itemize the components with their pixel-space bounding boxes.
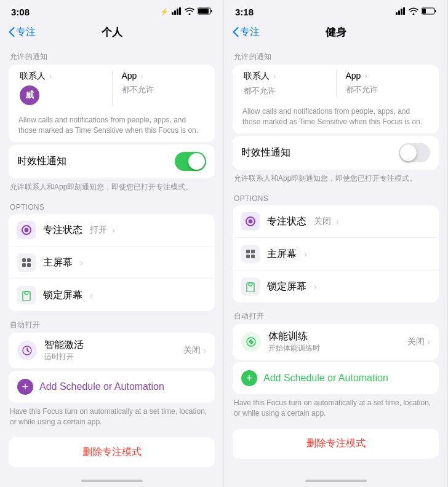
toggle-knob-left (188, 153, 205, 170)
focus-note-right: Have this Focus turn on automatically at… (224, 397, 447, 426)
time-sensitive-row-left: 时效性通知 (9, 145, 215, 178)
focus-status-icon-left (17, 221, 36, 239)
home-screen-right-right: › (304, 249, 307, 259)
svg-rect-2 (177, 9, 178, 15)
contacts-not-allowed-right: 都不允许 (244, 85, 334, 97)
auto-item-right[interactable]: 体能训练 开始体能训练时 关闭 › (233, 324, 439, 360)
delete-row-left[interactable]: 删除专注模式 (9, 437, 215, 467)
toggle-knob-right (400, 145, 417, 161)
svg-rect-21 (435, 10, 436, 12)
allowed-contacts-header-right[interactable]: 联系人 › (244, 71, 334, 82)
focus-status-label-left: 专注状态 (43, 224, 82, 237)
focus-note-left: Have this Focus turn on automatically at… (0, 405, 223, 435)
lock-screen-right-left: › (90, 290, 93, 300)
svg-rect-22 (422, 9, 426, 14)
auto-text-left: 智能激活 适时打开 (44, 339, 176, 362)
time-sensitive-toggle-left[interactable] (175, 152, 206, 171)
status-bar-left: 3:08 ⚡ (0, 0, 223, 21)
allowed-section-header-right: 允许的通知 (224, 46, 447, 65)
time-sensitive-note-right: 允许联系人和App即刻通知您，即使您已打开专注模式。 (224, 172, 447, 189)
focus-status-value-left: 打开 (90, 224, 107, 236)
svg-rect-27 (246, 255, 250, 258)
nav-bar-left: 专注 个人 (0, 21, 223, 46)
auto-sublabel-right: 开始体能训练时 (268, 343, 400, 354)
lock-screen-icon-left (17, 286, 36, 304)
svg-point-8 (25, 228, 29, 232)
allowed-apps-header-right[interactable]: App › (346, 71, 428, 81)
option-focus-status-left[interactable]: 专注状态 打开 › (9, 214, 215, 247)
content-left: 允许的通知 联系人 › 威 App › 都不允许 (0, 46, 223, 475)
lock-screen-right-right: › (314, 282, 317, 291)
delete-row-right[interactable]: 删除专注模式 (233, 429, 439, 459)
add-schedule-icon-right: + (241, 370, 257, 386)
option-home-screen-right[interactable]: 主屏幕 › (233, 238, 439, 271)
home-screen-label-right: 主屏幕 (267, 248, 297, 261)
option-home-screen-left[interactable]: 主屏幕 › (9, 247, 215, 279)
auto-text-right: 体能训练 开始体能训练时 (268, 330, 400, 354)
svg-rect-29 (247, 283, 254, 292)
auto-item-left[interactable]: 智能激活 适时打开 关闭 › (9, 333, 215, 368)
wifi-icon-right (409, 6, 418, 17)
auto-sublabel-left: 适时打开 (44, 352, 176, 362)
time-sensitive-row-right: 时效性通知 (233, 136, 439, 170)
nav-title-right: 健身 (326, 25, 346, 39)
auto-list-left: 智能激活 适时打开 关闭 › (9, 333, 215, 368)
time-sensitive-label-right: 时效性通知 (241, 146, 290, 159)
allowed-contacts-header-left[interactable]: 联系人 › (20, 71, 110, 82)
options-list-left: 专注状态 打开 › 主屏幕 › 锁定屏幕 (9, 214, 215, 311)
auto-right-right: 关闭 › (407, 336, 430, 347)
status-icons-right (396, 6, 436, 17)
focus-status-right-right: 关闭 › (314, 216, 339, 227)
allowed-note-left: Allow calls and notifications from peopl… (9, 111, 215, 142)
svg-point-32 (250, 341, 252, 343)
apps-chevron-left: › (140, 72, 143, 81)
allowed-note-right: Allow calls and notifications from peopl… (233, 103, 439, 133)
back-button-left[interactable]: 专注 (9, 26, 36, 39)
options-section-label-right: OPTIONS (224, 188, 447, 205)
auto-chevron-right: › (427, 337, 430, 347)
content-right: 允许的通知 联系人 › 都不允许 App › 都不允许 (224, 46, 447, 475)
home-screen-chevron-right: › (304, 249, 307, 259)
auto-icon-right (241, 332, 261, 352)
allowed-apps-header-left[interactable]: App › (122, 71, 204, 81)
allowed-grid-right: 联系人 › 都不允许 App › 都不允许 (233, 65, 439, 103)
add-schedule-label-left: Add Schedule or Automation (39, 381, 164, 392)
signal-icon-left (172, 6, 182, 17)
lock-screen-icon-right (241, 277, 260, 296)
apps-chevron-right: › (364, 72, 367, 81)
svg-rect-3 (179, 7, 181, 15)
option-lock-screen-left[interactable]: 锁定屏幕 › (9, 279, 215, 311)
svg-rect-9 (22, 258, 26, 262)
nav-title-left: 个人 (102, 25, 122, 39)
back-button-right[interactable]: 专注 (233, 26, 260, 39)
focus-status-label-right: 专注状态 (267, 215, 306, 228)
svg-rect-10 (27, 258, 31, 262)
svg-rect-5 (211, 10, 212, 12)
auto-value-right: 关闭 (407, 336, 425, 347)
auto-icon-left (17, 341, 37, 360)
option-lock-screen-right[interactable]: 锁定屏幕 › (233, 271, 439, 303)
auto-value-left: 关闭 (183, 345, 201, 356)
auto-right-left: 关闭 › (183, 345, 206, 356)
option-focus-status-right[interactable]: 专注状态 关闭 › (233, 205, 439, 238)
time-sensitive-toggle-right[interactable] (399, 143, 430, 162)
bolt-icon-left: ⚡ (160, 8, 169, 16)
svg-rect-28 (251, 255, 255, 258)
status-time-right: 3:18 (235, 7, 254, 17)
auto-section-header-right: 自动打开 (224, 305, 447, 324)
add-schedule-row-left[interactable]: + Add Schedule or Automation (9, 371, 215, 403)
add-schedule-row-right[interactable]: + Add Schedule or Automation (233, 362, 439, 394)
allowed-apps-col-left: App › 都不允许 (112, 71, 207, 105)
lock-screen-chevron-left: › (90, 290, 93, 300)
auto-section-header-left: 自动打开 (0, 314, 223, 333)
allowed-section-header-left: 允许的通知 (0, 46, 223, 65)
svg-rect-19 (403, 7, 405, 15)
allowed-contacts-col-right: 联系人 › 都不允许 (241, 71, 336, 97)
delete-label-left: 删除专注模式 (82, 446, 142, 457)
col-divider-left (112, 71, 113, 105)
lock-screen-chevron-right: › (314, 282, 317, 291)
svg-rect-0 (172, 12, 174, 15)
avatar-left: 威 (20, 85, 39, 105)
focus-status-icon-right (241, 212, 260, 231)
home-bar-left (81, 480, 143, 482)
